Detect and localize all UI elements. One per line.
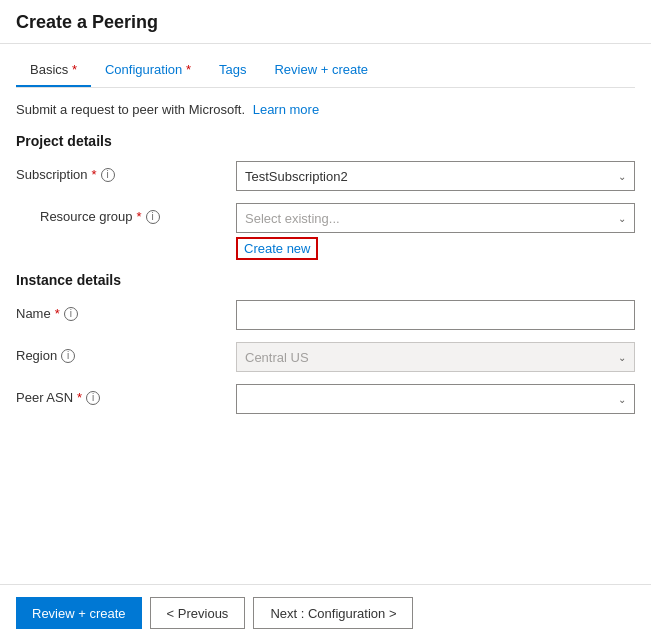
subscription-value: TestSubscription2 (245, 169, 348, 184)
resource-group-container: Select existing... ⌄ Create new (236, 203, 635, 260)
name-info-icon[interactable]: i (64, 307, 78, 321)
tabs-bar: Basics * Configuration * Tags Review + c… (16, 44, 635, 88)
tab-basics-label: Basics (30, 62, 68, 77)
tab-configuration[interactable]: Configuration * (91, 54, 205, 87)
peer-asn-chevron-icon: ⌄ (618, 394, 626, 405)
resource-group-required: * (137, 209, 142, 224)
tab-basics-required: * (68, 62, 77, 77)
name-input[interactable] (236, 300, 635, 330)
region-row: Region i Central US ⌄ (16, 342, 635, 372)
name-control (236, 300, 635, 330)
peer-asn-control: ⌄ (236, 384, 635, 414)
content-area: Basics * Configuration * Tags Review + c… (0, 44, 651, 584)
resource-group-label: Resource group * i (16, 203, 236, 224)
peer-asn-row: Peer ASN * i ⌄ (16, 384, 635, 414)
name-required: * (55, 306, 60, 321)
instance-details-section: Instance details Name * i Region i Centr… (16, 272, 635, 414)
region-control: Central US ⌄ (236, 342, 635, 372)
footer: Review + create < Previous Next : Config… (0, 584, 651, 641)
subscription-chevron-icon: ⌄ (618, 171, 626, 182)
resource-group-info-icon[interactable]: i (146, 210, 160, 224)
subscription-row: Subscription * i TestSubscription2 ⌄ (16, 161, 635, 191)
resource-group-dropdown[interactable]: Select existing... ⌄ (236, 203, 635, 233)
region-chevron-icon: ⌄ (618, 352, 626, 363)
info-text: Submit a request to peer with Microsoft. (16, 102, 245, 117)
region-dropdown: Central US ⌄ (236, 342, 635, 372)
region-label: Region i (16, 342, 236, 363)
tab-review[interactable]: Review + create (260, 54, 382, 87)
subscription-control: TestSubscription2 ⌄ (236, 161, 635, 191)
tab-review-label: Review + create (274, 62, 368, 77)
tab-configuration-required: * (182, 62, 191, 77)
resource-group-control: Select existing... ⌄ Create new (236, 203, 635, 260)
instance-details-header: Instance details (16, 272, 635, 288)
create-new-link[interactable]: Create new (236, 237, 318, 260)
tab-configuration-label: Configuration (105, 62, 182, 77)
project-details-header: Project details (16, 133, 635, 149)
tab-basics[interactable]: Basics * (16, 54, 91, 87)
next-button[interactable]: Next : Configuration > (253, 597, 413, 629)
review-create-button[interactable]: Review + create (16, 597, 142, 629)
page-header: Create a Peering (0, 0, 651, 44)
previous-button[interactable]: < Previous (150, 597, 246, 629)
info-row: Submit a request to peer with Microsoft.… (16, 102, 635, 117)
page-title: Create a Peering (16, 12, 635, 33)
peer-asn-info-icon[interactable]: i (86, 391, 100, 405)
peer-asn-dropdown[interactable]: ⌄ (236, 384, 635, 414)
resource-group-placeholder: Select existing... (245, 211, 340, 226)
name-label: Name * i (16, 300, 236, 321)
peer-asn-required: * (77, 390, 82, 405)
peer-asn-label: Peer ASN * i (16, 384, 236, 405)
subscription-label: Subscription * i (16, 161, 236, 182)
learn-more-link[interactable]: Learn more (253, 102, 319, 117)
resource-group-chevron-icon: ⌄ (618, 213, 626, 224)
tab-tags[interactable]: Tags (205, 54, 260, 87)
subscription-required: * (92, 167, 97, 182)
subscription-info-icon[interactable]: i (101, 168, 115, 182)
region-value: Central US (245, 350, 309, 365)
tab-tags-label: Tags (219, 62, 246, 77)
resource-group-row: Resource group * i Select existing... ⌄ … (16, 203, 635, 260)
region-info-icon[interactable]: i (61, 349, 75, 363)
subscription-dropdown[interactable]: TestSubscription2 ⌄ (236, 161, 635, 191)
name-row: Name * i (16, 300, 635, 330)
